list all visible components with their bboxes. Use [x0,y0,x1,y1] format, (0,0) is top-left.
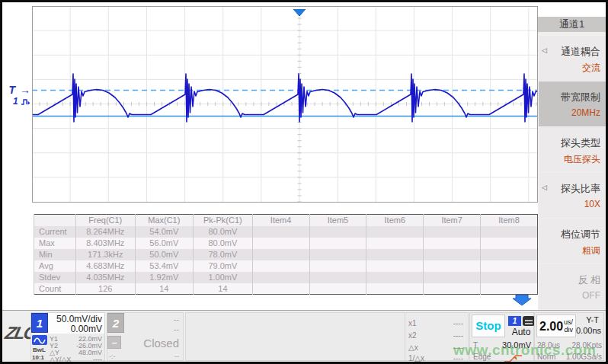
table-cell: 8.403MHz [76,238,136,249]
submenu-arrow-icon: ◁ [542,184,547,191]
timebase-scale: 2.00 [539,320,563,334]
trigger-position-marker[interactable] [293,6,306,14]
menu-item-label: 带宽限制 [561,91,600,104]
menu-item-6[interactable]: 反 相OFF [539,264,606,309]
table-cell [481,283,538,295]
timebase-unit-top: us/ [564,318,573,326]
table-cell [366,260,424,272]
spare-panel [185,312,405,361]
acq-mode: Norm [537,353,555,361]
memory-depth: 28.0Kpts [572,341,602,350]
row-label: Stdev [34,272,76,283]
channel1-marker-label: 1 [13,96,18,107]
oscilloscope-screen: T → 1 Freq(C1)Max(C1)Pk-Pk(C1)Item4Item5… [0,0,608,364]
table-cell: 79.0mV [194,260,253,272]
table-row-min: Min171.3kHz50.0mV78.0mV [34,249,538,260]
measurement-table-wrap: Freq(C1)Max(C1)Pk-Pk(C1)Item4Item5Item6I… [34,214,538,299]
table-header-Max(C1): Max(C1) [135,215,194,226]
timebase-button[interactable]: 2.00 us/ div [536,315,576,337]
table-cell [424,260,481,272]
trigger-type-label: Edge [473,353,491,361]
ch2-status: Closed [143,337,179,350]
menu-item-label: 探头比率 [561,182,600,196]
table-cell [366,272,424,283]
ch2-row2: -- [174,324,179,334]
ch2-badge[interactable]: 2 [107,313,124,333]
trigger-level-marker[interactable]: T → [7,84,31,96]
menu-item-1[interactable]: ◁通道耦合交流 [539,36,606,81]
ground-step-icon [21,97,31,106]
table-cell [252,249,309,260]
menu-item-label: 通道耦合 [561,45,600,59]
capture-window: 28.0us [537,341,560,350]
table-cell: 53.4mV [135,260,194,272]
menu-item-3[interactable]: 探头类型电压探头 [539,127,606,172]
table-cell: 80.0mV [194,238,253,249]
ch1-probe-label: 10:1 [32,354,44,361]
timebase-panel: 2.00 us/ div Y-T 0.00ns 28.0us 28.0Kpts … [534,312,604,361]
table-cell [481,226,538,238]
display-mode: Y-T [586,315,599,324]
channel-menu-sidebar: 通道1 ◁通道耦合交流带宽限制20MHz探头类型电压探头◁探头比率10X档位调节… [538,2,606,310]
table-cell: 50.0mV [135,249,194,260]
sidebar-items: ◁通道耦合交流带宽限制20MHz探头类型电压探头◁探头比率10X档位调节粗调反 … [538,32,606,310]
trigger-level-label: T [473,341,478,350]
table-cell [252,226,309,238]
ch2-time: -:- [109,353,116,360]
table-header-Item5: Item5 [309,215,366,226]
table-cell [366,249,424,260]
table-cell [481,238,538,249]
sidebar-title: 通道1 [538,17,606,32]
table-header-Item8: Item8 [481,215,538,226]
ch1-offset: 0.00mV [71,324,102,334]
table-cell [309,272,366,283]
table-cell [481,249,538,260]
table-cell [481,260,538,272]
menu-item-value: 粗调 [582,244,600,257]
ch1-badge[interactable]: 1 [31,313,48,333]
row-label: Min [34,249,76,260]
menu-item-value: 电压探头 [564,153,600,166]
readout-label: x1 [408,319,417,327]
table-cell [424,272,481,283]
table-row-avg: Avg4.683MHz53.4mV79.0mV [34,260,538,272]
ch2-dash-badge: – [107,336,121,349]
table-cell [309,249,366,260]
table-cell: 14 [135,283,194,295]
sample-rate: 1.00GSa/s [566,353,602,361]
readout-value: ---- [453,319,463,327]
x-cursor-panel: x1----x2----△x----1/△x---- [405,312,469,361]
table-cell: 4.035MHz [76,272,136,283]
trigger-mode[interactable]: Auto [507,327,536,337]
waveform-plot[interactable] [32,6,538,203]
readout-value: ---- [453,354,463,362]
table-header-Freq(C1): Freq(C1) [76,215,136,226]
ac-coupling-icon [32,335,47,345]
channel1-level-marker[interactable]: 1 [10,96,31,107]
table-cell: 14 [194,283,253,295]
channel1-panel[interactable]: 1 50.0mV/div 0.00mV BwL 10:1 Y122.0mVY2-… [30,312,105,361]
table-cell: 56.0mV [135,238,194,249]
trigger-source-badge[interactable]: 1 [508,316,521,326]
trigger-panel: Stop 1 Auto T 30.0mV Edge [469,312,534,361]
table-header-Item4: Item4 [252,215,309,226]
ch1-bwl-label: BwL [33,346,46,353]
readout-label: △Y/△X [50,356,71,363]
table-cell [424,249,481,260]
table-cell [309,260,366,272]
table-cell [252,260,309,272]
run-state-button[interactable]: Stop [472,315,505,337]
table-cell [481,272,538,283]
timebase-delay: 0.00ns [576,326,601,335]
menu-item-5[interactable]: 档位调节粗调 [539,219,606,263]
measurement-table: Freq(C1)Max(C1)Pk-Pk(C1)Item4Item5Item6I… [34,214,538,295]
menu-item-4[interactable]: ◁探头比率10X [539,173,606,218]
channel2-panel[interactable]: 2 -- -- – Closed -:- -- [107,312,184,361]
menu-item-2[interactable]: 带宽限制20MHz [539,81,606,126]
table-scroll-down-icon[interactable] [512,295,532,309]
menu-item-label: 探头类型 [561,136,600,150]
status-bar: ZLG® 1 50.0mV/div 0.00mV BwL 10:1 Y122.0… [2,310,606,362]
table-cell: 171.3kHz [76,249,136,260]
table-cell [424,283,481,295]
ch2-row1: -- [174,315,179,324]
